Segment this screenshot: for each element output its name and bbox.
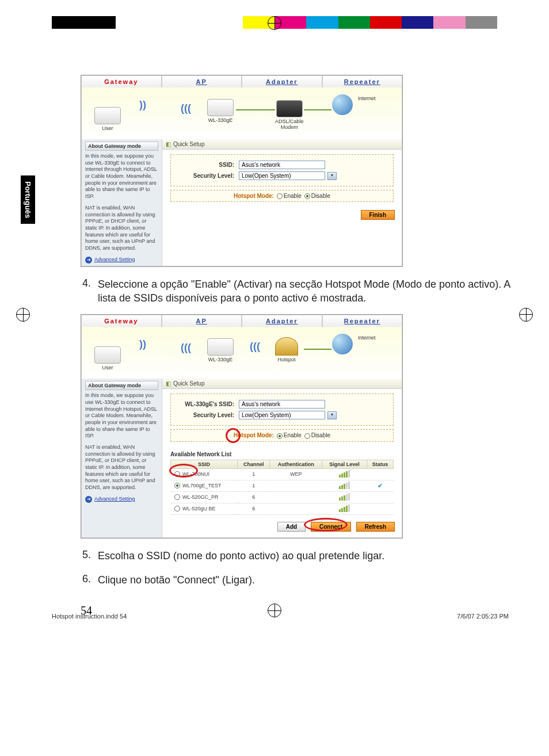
instruction-step-4: 4. Seleccione a opção "Enable" (Activar)… xyxy=(81,277,514,306)
instruction-step-6: 6. Clique no botão "Connect" (Ligar). xyxy=(81,573,514,587)
ssid-input[interactable]: Asus's network xyxy=(239,161,325,169)
add-button[interactable]: Add xyxy=(277,522,306,532)
tab-repeater[interactable]: Repeater xyxy=(322,75,403,87)
network-row-radio[interactable] xyxy=(174,483,180,488)
wifi-waves-icon: ((( xyxy=(181,342,191,354)
dropdown-arrow-icon[interactable]: ▾ xyxy=(327,172,337,180)
table-row[interactable]: WL-520gU BE6 xyxy=(171,503,394,514)
tab-repeater[interactable]: Repeater xyxy=(322,315,403,327)
hotspot-disable-radio[interactable] xyxy=(304,193,310,199)
satellite-icon xyxy=(275,337,298,356)
table-row[interactable]: WL-700NUI1WEP xyxy=(171,468,394,480)
quick-setup-heading: Quick Setup xyxy=(162,379,402,389)
advanced-setting-link[interactable]: Advanced Setting xyxy=(94,257,135,262)
security-select[interactable]: Low(Open System) xyxy=(239,171,325,180)
instruction-step-5: 5. Escolha o SSID (nome do ponto activo)… xyxy=(81,549,514,563)
globe-icon xyxy=(332,334,353,354)
laptop-icon xyxy=(94,107,121,124)
table-row[interactable]: WL700gE_TEST1✔ xyxy=(171,480,394,491)
about-sidebar: About Gateway mode In this mode, we supp… xyxy=(82,139,162,266)
registration-mark-icon xyxy=(16,308,30,322)
router-ui-screenshot-2: Gateway AP Adapter Repeater User )) ((( … xyxy=(81,314,403,538)
signal-bars-icon xyxy=(339,505,350,512)
finish-button[interactable]: Finish xyxy=(361,210,395,220)
laptop-icon xyxy=(94,346,121,364)
tab-adapter[interactable]: Adapter xyxy=(242,315,322,327)
signal-bars-icon xyxy=(339,493,350,501)
network-list-heading: Available Network List xyxy=(170,451,402,457)
signal-bars-icon xyxy=(339,470,350,478)
language-tab: Português xyxy=(21,175,35,224)
quick-setup-heading: Quick Setup xyxy=(162,139,402,150)
ssid-input[interactable]: Asus's network xyxy=(239,400,325,408)
router-icon xyxy=(207,338,234,356)
security-select[interactable]: Low(Open System) xyxy=(239,411,325,419)
tab-gateway[interactable]: Gateway xyxy=(81,315,162,327)
router-icon xyxy=(207,99,234,116)
registration-mark-icon xyxy=(519,308,533,322)
available-network-table: SSIDChannelAuthenticationSignal LevelSta… xyxy=(170,460,394,515)
network-row-radio[interactable] xyxy=(174,494,180,500)
hotspot-disable-radio[interactable] xyxy=(304,433,310,439)
advanced-setting-link[interactable]: Advanced Setting xyxy=(94,496,135,502)
hotspot-enable-radio[interactable] xyxy=(277,433,283,439)
router-ui-screenshot-1: Gateway AP Adapter Repeater User )) ((( … xyxy=(81,75,403,267)
wifi-waves-icon: ((( xyxy=(250,341,260,353)
check-icon: ✔ xyxy=(378,482,383,489)
signal-bars-icon xyxy=(339,482,350,489)
registration-mark-icon xyxy=(268,16,281,30)
print-footer: Hotspot instruction.indd 54 7/6/07 2:05:… xyxy=(52,613,509,620)
hotspot-enable-radio[interactable] xyxy=(277,193,283,199)
wifi-waves-icon: )) xyxy=(139,338,146,350)
wifi-waves-icon: ((( xyxy=(181,102,191,114)
wifi-waves-icon: )) xyxy=(139,99,146,111)
refresh-button[interactable]: Refresh xyxy=(356,522,395,532)
tab-adapter[interactable]: Adapter xyxy=(242,75,322,87)
network-row-radio[interactable] xyxy=(174,506,180,511)
globe-icon xyxy=(332,94,353,115)
modem-icon xyxy=(276,100,303,117)
connect-button[interactable]: Connect xyxy=(311,522,351,532)
tab-gateway[interactable]: Gateway xyxy=(81,75,162,87)
dropdown-arrow-icon[interactable]: ▾ xyxy=(327,411,337,419)
tab-ap[interactable]: AP xyxy=(162,315,242,327)
table-row[interactable]: WL-520GC_PR6 xyxy=(171,491,394,503)
about-sidebar: About Gateway mode In this mode, we supp… xyxy=(82,379,162,537)
tab-ap[interactable]: AP xyxy=(162,75,242,87)
network-row-radio[interactable] xyxy=(174,471,180,477)
